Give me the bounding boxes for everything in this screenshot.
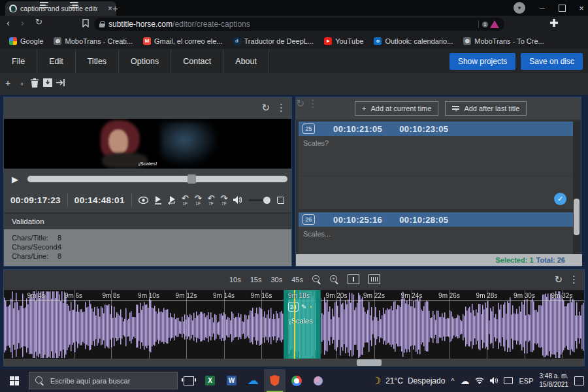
taskbar-weather[interactable]: ☽ 21°C Despejado [372,375,446,387]
new-tab-button[interactable]: + [112,3,118,14]
video-kebab-icon[interactable]: ⋮ [276,102,286,114]
menu-about[interactable]: About [223,49,269,73]
taskbar-word[interactable]: W [221,369,242,392]
bookmark-item[interactable]: Google [5,35,47,48]
brave-rewards-icon[interactable] [490,20,499,28]
subtitle-end-time[interactable]: 00:10:23:05 [399,124,448,134]
timeline-scrollbar[interactable] [4,359,584,367]
subtitle-start-time[interactable]: 00:10:25:16 [333,215,382,225]
subtitle-approved-check-icon[interactable]: ✓ [554,193,566,205]
wifi-icon[interactable] [475,377,484,384]
reload-button[interactable]: ↻ [35,18,42,26]
timeline-scroll-thumb[interactable] [357,359,382,366]
taskbar-search[interactable] [29,372,178,389]
taskbar-app[interactable] [307,369,329,392]
media-control-icon[interactable]: ▾ [514,2,525,14]
zoom-preset-15s[interactable]: 15s [250,276,262,284]
volume-slider[interactable] [249,199,271,201]
subtitles-refresh-icon[interactable]: ↻ [296,98,304,109]
timeline-kebab-icon[interactable]: ⋮ [569,274,579,286]
step-back-1f-icon[interactable]: ↶1F [182,194,189,206]
taskbar-clock[interactable]: 3:48 a. m. 15/8/2021 [540,372,569,389]
bookmark-item[interactable]: dTraductor de DeepL... [229,35,318,48]
taskbar-onedrive[interactable]: ☁ [242,369,264,392]
tray-onedrive-icon[interactable]: ☁ [460,376,469,386]
zoom-out-icon[interactable]: − [312,275,321,284]
add-title-icon[interactable]: + [5,78,10,88]
subtitles-kebab-icon[interactable]: ⋮ [308,98,318,109]
zoom-in-icon[interactable]: + [330,275,338,284]
tray-speaker-icon[interactable] [490,377,498,384]
delete-title-icon[interactable] [31,78,39,88]
zoom-preset-30s[interactable]: 30s [271,276,283,284]
subtitle-start-time[interactable]: 00:10:21:05 [333,124,382,134]
zoom-preset-10s[interactable]: 10s [229,276,241,284]
tab-close-icon[interactable]: × [108,4,112,13]
play-from-title-icon[interactable] [154,196,162,204]
bookmark-label: YouTube [335,37,363,45]
address-bar[interactable]: subtitle-horse.com/editor/create-caption… [94,18,504,31]
bookmark-item[interactable]: oOutlook: calendario... [370,35,457,48]
search-input[interactable] [49,376,163,385]
task-view-button[interactable] [178,369,199,392]
back-button[interactable]: ‹ [7,18,10,27]
menu-options[interactable]: Options [119,49,171,73]
volume-thumb[interactable] [263,197,270,204]
forward-button[interactable]: › [21,18,24,27]
bookmark-item[interactable]: ◍MoboTrans - Creati... [50,35,137,48]
language-indicator[interactable]: ESP [519,377,533,385]
menu-file[interactable]: File [0,49,37,73]
subtitle-end-time[interactable]: 00:10:28:05 [399,215,448,225]
bookmark-item[interactable]: MGmail, el correo ele... [139,35,227,48]
touch-keyboard-icon[interactable] [504,377,513,384]
bookmark-icon[interactable] [82,19,89,27]
subtitle-text-area[interactable]: Scales... [299,227,573,241]
subtitle-card[interactable]: 25 00:10:21:05 00:10:23:05 Scales? ✓ [299,122,573,209]
multi-track-view-icon[interactable] [368,274,380,284]
tray-show-hidden-icon[interactable]: ^ [451,377,454,385]
play-button[interactable]: ▶ [12,174,18,184]
subtitles-scrollbar[interactable] [573,122,580,255]
action-center-icon[interactable] [574,376,584,385]
timeline-playhead[interactable] [294,290,295,359]
start-button[interactable] [0,369,29,392]
menu-edit[interactable]: Edit [37,49,76,73]
timeline-region-24[interactable]: 24 ✎ ◖ ¡Scales [284,290,321,359]
play-loop-title-icon[interactable] [168,196,176,204]
subtitle-text-area[interactable]: Scales? [299,136,573,176]
save-on-disc-button[interactable]: Save on disc [521,53,583,70]
export-icon[interactable] [43,78,52,87]
timeline-refresh-icon[interactable]: ↻ [554,274,563,286]
subtitles-scroll-thumb[interactable] [574,199,580,235]
video-frame[interactable]: ¡Scales! [4,119,291,169]
bookmark-item[interactable]: ▸YouTube [320,35,367,48]
taskbar-brave-active[interactable] [264,369,286,392]
speaker-icon[interactable] [233,196,242,204]
zoom-preset-45s[interactable]: 45s [291,276,303,284]
add-after-last-title-button[interactable]: Add after last title [445,101,527,116]
preview-eye-icon[interactable] [139,197,148,204]
step-back-7f-icon[interactable]: ↶7F [208,194,215,206]
taskbar-excel[interactable]: X [199,369,221,392]
window-close-button[interactable]: × [572,3,588,13]
window-minimize-button[interactable]: ─ [533,3,551,13]
single-track-view-icon[interactable] [348,274,359,284]
subtitle-card-extra-zone[interactable]: ✓ [299,176,573,209]
bookmark-item[interactable]: ◍MoboTrans - To Cre... [459,35,547,48]
video-progress-bar[interactable] [27,176,287,182]
subtitle-card[interactable]: 26 00:10:25:16 00:10:28:05 Scales... [299,212,573,255]
step-forward-7f-icon[interactable]: ↷7F [220,194,227,206]
step-forward-1f-icon[interactable]: ↷1F [195,194,202,206]
menu-titles[interactable]: Titles [76,49,119,73]
taskbar-chrome[interactable] [286,369,307,392]
video-scrubber-handle[interactable] [188,174,196,184]
menu-contact[interactable]: Contact [171,49,223,73]
add-at-current-time-button[interactable]: + Add at current time [355,101,438,116]
window-maximize-button[interactable] [553,3,571,13]
fullscreen-icon[interactable] [277,197,284,204]
region-edit-pencil-icon[interactable]: ✎ [301,303,306,310]
video-refresh-icon[interactable]: ↻ [261,102,270,114]
merge-titles-icon[interactable] [56,79,65,86]
show-projects-button[interactable]: Show projects [449,53,515,70]
browser-tab[interactable]: captions and subtitle editor - SHI × [5,1,116,16]
